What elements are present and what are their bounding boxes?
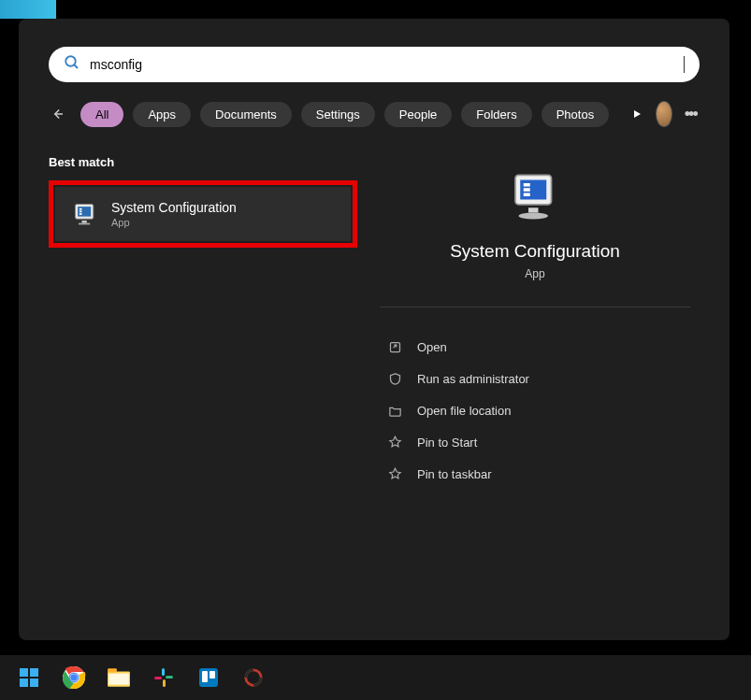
folder-icon (387, 403, 402, 418)
svg-rect-6 (79, 208, 82, 210)
action-label: Open file location (417, 404, 511, 418)
svg-rect-7 (79, 211, 82, 213)
svg-rect-34 (154, 677, 162, 679)
svg-rect-13 (524, 183, 530, 187)
detail-subtitle: App (370, 267, 700, 280)
svg-rect-29 (108, 668, 117, 672)
svg-rect-8 (79, 213, 82, 215)
svg-rect-23 (30, 679, 38, 687)
action-pin-start[interactable]: Pin to Start (380, 429, 690, 455)
filter-pill-documents[interactable]: Documents (200, 102, 292, 127)
best-match-label: Best match (49, 155, 357, 169)
filter-pill-photos[interactable]: Photos (542, 102, 609, 127)
taskbar (0, 655, 751, 700)
search-input[interactable] (90, 57, 674, 72)
svg-rect-37 (209, 671, 215, 679)
action-open[interactable]: Open (380, 334, 690, 360)
user-avatar[interactable] (656, 101, 672, 127)
svg-rect-14 (524, 188, 530, 192)
filter-pill-folders[interactable]: Folders (461, 102, 531, 127)
pin-icon (387, 466, 402, 481)
filter-pill-settings[interactable]: Settings (301, 102, 375, 127)
action-open-location[interactable]: Open file location (380, 397, 690, 423)
svg-rect-16 (528, 207, 539, 212)
svg-rect-10 (79, 223, 90, 225)
svg-rect-36 (202, 671, 208, 682)
shield-icon (387, 371, 402, 386)
svg-rect-30 (108, 674, 129, 685)
filter-pill-all[interactable]: All (80, 102, 123, 127)
system-configuration-icon (72, 201, 98, 227)
svg-rect-32 (166, 676, 173, 679)
window-accent-bar (0, 0, 56, 19)
more-options-icon[interactable]: ••• (682, 99, 700, 129)
start-search-panel: All Apps Documents Settings People Folde… (19, 19, 729, 640)
svg-rect-18 (390, 342, 399, 351)
svg-line-1 (74, 64, 78, 68)
search-bar[interactable] (49, 47, 700, 82)
svg-marker-3 (634, 110, 641, 118)
result-subtitle: App (111, 217, 237, 228)
action-label: Pin to Start (417, 436, 477, 450)
svg-rect-20 (20, 668, 28, 677)
action-label: Pin to taskbar (417, 467, 492, 481)
text-cursor (684, 56, 685, 73)
svg-point-0 (65, 56, 76, 66)
svg-point-17 (519, 213, 549, 220)
result-title: System Configuration (111, 200, 237, 215)
detail-title: System Configuration (370, 241, 700, 262)
svg-point-27 (70, 674, 78, 681)
search-result-item[interactable]: System Configuration App (55, 187, 351, 241)
svg-rect-22 (20, 679, 28, 687)
filter-row: All Apps Documents Settings People Folde… (49, 99, 700, 129)
svg-rect-9 (82, 221, 87, 223)
action-run-admin[interactable]: Run as administrator (380, 365, 690, 392)
taskbar-trello-icon[interactable] (191, 660, 226, 695)
divider (380, 307, 690, 307)
filter-pill-apps[interactable]: Apps (133, 102, 191, 127)
open-icon (387, 339, 402, 354)
action-pin-taskbar[interactable]: Pin to taskbar (380, 461, 690, 487)
play-icon[interactable] (628, 99, 646, 129)
start-button[interactable] (11, 660, 47, 695)
taskbar-chrome-icon[interactable] (56, 660, 92, 695)
detail-pane: System Configuration App Open Run as adm… (370, 155, 700, 487)
search-icon (64, 54, 80, 75)
taskbar-app-icon[interactable] (236, 660, 271, 695)
svg-rect-33 (163, 679, 166, 687)
filter-pill-people[interactable]: People (384, 102, 452, 127)
pin-icon (387, 435, 402, 450)
best-match-highlight: System Configuration App (49, 180, 357, 248)
svg-rect-21 (30, 668, 38, 677)
action-label: Open (417, 340, 447, 354)
svg-rect-15 (524, 193, 530, 197)
back-button[interactable] (49, 103, 65, 125)
action-label: Run as administrator (417, 372, 529, 386)
svg-rect-31 (162, 668, 165, 676)
taskbar-explorer-icon[interactable] (101, 660, 137, 695)
detail-app-icon (370, 170, 700, 222)
taskbar-slack-icon[interactable] (146, 660, 181, 695)
